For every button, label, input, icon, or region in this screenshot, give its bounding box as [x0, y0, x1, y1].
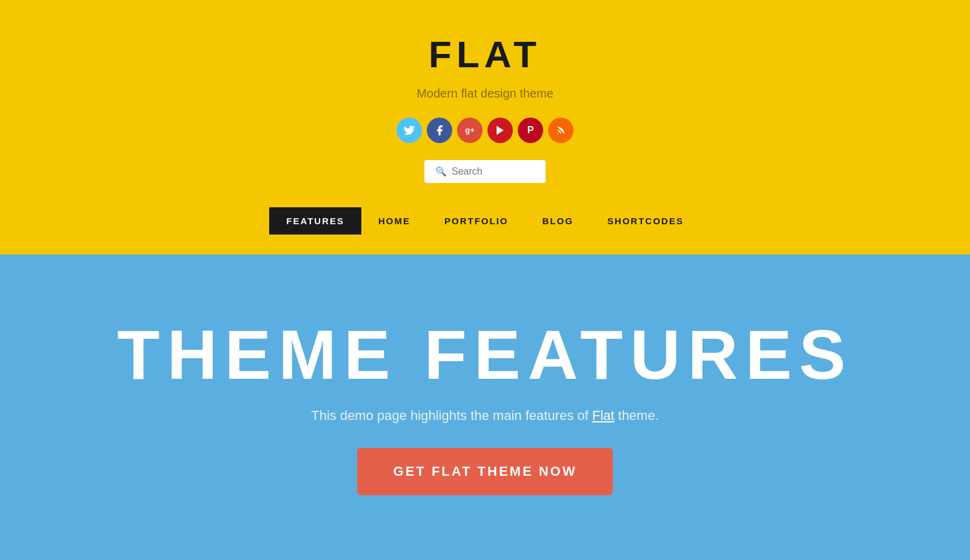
- site-title: FLAT: [429, 33, 541, 76]
- twitter-icon[interactable]: [396, 118, 422, 143]
- nav-bar: FEATURES HOME PORTFOLIO BLOG SHORTCODES: [269, 207, 700, 235]
- search-input[interactable]: [452, 166, 535, 177]
- svg-point-1: [557, 133, 558, 134]
- googleplus-icon[interactable]: g+: [457, 118, 483, 143]
- site-tagline: Modern flat design theme: [416, 87, 554, 101]
- youtube-icon[interactable]: [487, 118, 513, 143]
- hero-subtitle-link[interactable]: Flat: [592, 408, 615, 423]
- hero-subtitle: This demo page highlights the main featu…: [311, 408, 659, 424]
- hero-title: THEME FEATURES: [117, 320, 853, 390]
- hero-section: THEME FEATURES This demo page highlights…: [0, 255, 970, 560]
- nav-item-portfolio[interactable]: PORTFOLIO: [427, 207, 526, 235]
- hero-subtitle-before: This demo page highlights the main featu…: [311, 408, 592, 423]
- nav-item-blog[interactable]: BLOG: [526, 207, 590, 235]
- nav-item-features[interactable]: FEATURES: [269, 207, 361, 235]
- nav-item-shortcodes[interactable]: SHORTCODES: [590, 207, 701, 235]
- hero-subtitle-after: theme.: [614, 408, 658, 423]
- nav-item-home[interactable]: HOME: [361, 207, 427, 235]
- rss-icon[interactable]: [548, 118, 574, 143]
- search-icon: 🔍: [435, 166, 447, 177]
- svg-marker-0: [497, 125, 504, 135]
- cta-button[interactable]: GET FLAT THEME NOW: [357, 448, 614, 495]
- search-bar[interactable]: 🔍: [424, 160, 546, 183]
- pinterest-icon[interactable]: P: [518, 118, 543, 143]
- header-section: FLAT Modern flat design theme g+ P: [0, 0, 970, 255]
- social-icons-group: g+ P: [396, 118, 574, 143]
- facebook-icon[interactable]: [427, 118, 452, 143]
